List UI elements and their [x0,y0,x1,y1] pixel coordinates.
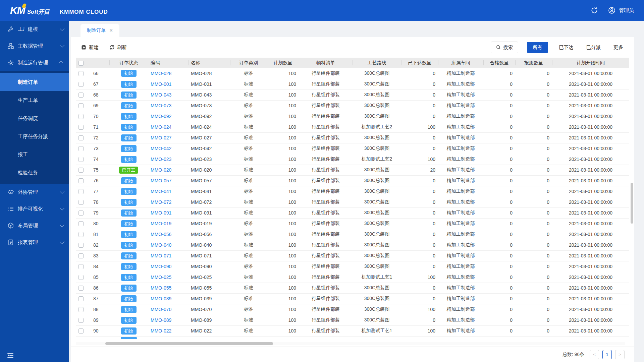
filter-button[interactable]: 所有 [527,42,548,53]
order-code-link[interactable]: MMO-024 [151,124,171,130]
cell-status: 初始 [109,218,148,229]
order-code-link[interactable]: MMO-039 [151,296,171,301]
order-code-link[interactable]: MMO-027 [151,135,171,140]
sidebar-item-factory-modeling[interactable]: 工厂建模 [0,21,69,38]
order-code-link[interactable]: MMO-055 [151,285,171,291]
user-menu[interactable]: 管理员 [608,7,634,14]
order-code-link[interactable]: MMO-023 [151,157,171,162]
sidebar-subitem[interactable]: 检验任务 [0,164,69,182]
row-checkbox[interactable] [78,318,84,323]
sidebar-subitem[interactable]: 工序任务分派 [0,127,69,145]
search-button[interactable]: 搜索 [491,42,518,53]
order-code-link[interactable]: MMO-028 [151,71,171,76]
cell-route: 300C总装图 [353,207,401,218]
refresh-icon[interactable] [591,7,598,14]
order-code-link[interactable]: MMO-070 [151,307,171,312]
filter-button[interactable]: 更多 [611,42,625,53]
order-code-link[interactable]: MMO-091 [151,210,171,216]
sidebar-item-manufacturing-ops[interactable]: 制造运行管理 [0,54,69,71]
row-checkbox[interactable] [78,125,84,130]
cell-qualified_qty: 0 [483,143,515,154]
next-page-button[interactable]: > [615,350,625,359]
row-checkbox[interactable] [78,71,84,76]
row-checkbox[interactable] [78,296,84,301]
row-checkbox[interactable] [78,232,84,237]
order-code-link[interactable]: MMO-042 [151,146,171,151]
horizontal-scrollbar-thumb[interactable] [105,342,273,345]
order-code-link[interactable]: MMO-022 [151,328,171,334]
order-code-link[interactable]: MMO-041 [151,189,171,194]
sidebar-item-report-mgmt[interactable]: 报表管理 [0,234,69,251]
order-code-link[interactable]: MMO-020 [151,167,171,173]
row-checkbox[interactable] [78,135,84,140]
order-code-link[interactable]: MMO-019 [151,221,171,226]
cell-workshop: 精加工制造部 [438,250,483,261]
order-code-link[interactable]: MMO-073 [151,103,171,108]
tab-manufacturing-orders[interactable]: 制造订单 ✕ [80,24,119,37]
row-checkbox[interactable] [78,243,84,248]
sidebar-subitem[interactable]: 生产工单 [0,91,69,109]
order-code-link[interactable]: MMO-092 [151,114,171,119]
row-checkbox[interactable] [78,200,84,205]
cell-plan_qty: 100 [267,89,299,100]
row-checkbox[interactable] [78,82,84,87]
order-code-link[interactable]: MMO-025 [151,275,171,280]
refresh-list-button[interactable]: 刷新 [109,44,127,51]
sidebar-subitem[interactable]: 制造订单 [0,73,69,91]
order-code-link[interactable]: MMO-056 [151,232,171,237]
order-code-link[interactable]: MMO-001 [151,81,171,87]
vertical-scrollbar-thumb[interactable] [631,183,633,223]
menu-fold-icon[interactable] [7,352,14,359]
cell-plan_qty: 100 [267,68,299,79]
order-code-link[interactable]: MMO-090 [151,264,171,269]
filter-button[interactable]: 已下达 [557,42,576,53]
row-checkbox[interactable] [78,146,84,151]
row-checkbox[interactable] [78,93,84,98]
row-checkbox[interactable] [78,221,84,226]
cell-released_qty: 0 [401,79,438,89]
order-code-link[interactable]: MMO-043 [151,92,171,98]
row-checkbox[interactable] [78,157,84,162]
sidebar-subitem[interactable]: 任务调度 [0,109,69,127]
cell-code: MMO-070 [148,304,188,315]
sidebar-item-layout-mgmt[interactable]: 布局管理 [0,217,69,234]
order-code-link[interactable]: MMO-071 [151,253,171,258]
row-checkbox[interactable] [78,264,84,269]
row-checkbox[interactable] [78,178,84,183]
order-code-link[interactable]: MMO-072 [151,199,171,205]
cell-plan_qty: 100 [267,272,299,283]
row-index: 87 [91,293,109,304]
cell-released_qty: 0 [401,111,438,122]
filter-button[interactable]: 已分派 [584,42,603,53]
row-checkbox[interactable] [78,189,84,194]
row-checkbox[interactable] [78,114,84,119]
select-all-checkbox[interactable] [78,61,84,66]
cell-scrap_qty: 0 [515,154,552,165]
sidebar-item-outsourcing[interactable]: 外协管理 [0,184,69,200]
order-code-link[interactable]: MMO-040 [151,242,171,248]
status-badge: 初始 [121,274,137,281]
cubes-icon [7,43,14,49]
row-checkbox[interactable] [78,210,84,216]
row-checkbox[interactable] [78,103,84,108]
status-badge: 初始 [121,242,137,249]
order-code-link[interactable]: MMO-057 [151,178,171,183]
order-code-link[interactable]: MMO-089 [151,317,171,323]
cell-code: MMO-072 [148,197,188,207]
sidebar-item-scheduling-visual[interactable]: 排产可视化 [0,200,69,217]
row-checkbox[interactable] [78,286,84,291]
row-checkbox[interactable] [78,168,84,173]
row-checkbox[interactable] [78,275,84,280]
row-checkbox[interactable] [78,328,84,334]
row-checkbox[interactable] [78,253,84,258]
sidebar-item-master-data[interactable]: 主数据管理 [0,38,69,54]
row-checkbox[interactable] [78,307,84,312]
new-button[interactable]: 新建 [81,44,99,51]
current-page-button[interactable]: 1 [602,350,612,359]
cell-status: 初始 [109,261,148,272]
sidebar-subitem[interactable]: 报工 [0,145,69,164]
prev-page-button[interactable]: < [590,350,599,359]
close-icon[interactable]: ✕ [109,28,113,33]
cell-route: 300C总装图 [353,111,401,122]
row-index: 85 [91,272,109,283]
